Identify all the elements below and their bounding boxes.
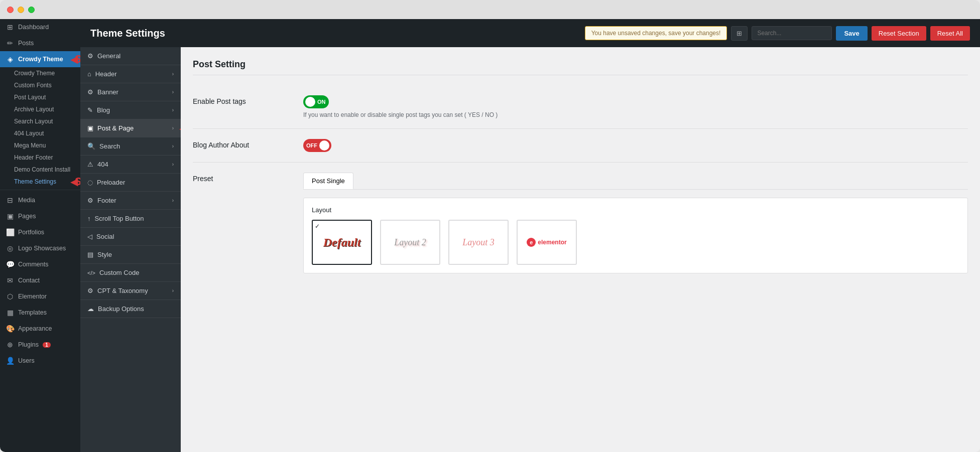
sidebar-separator-1 [0, 190, 80, 190]
sidebar-item-logo-showcases[interactable]: ◎ Logo Showcases [0, 240, 80, 256]
cpt-chevron: › [172, 288, 174, 293]
titlebar [0, 0, 980, 19]
preset-layout-label: Layout [312, 206, 959, 214]
setting-row-post-tags: Enable Post tags ON If you want to enabl… [193, 85, 968, 129]
app-window: ⊞ Dashboard ✏ Posts ◈ Crowdy Theme Step … [0, 0, 980, 452]
sidebar-item-pages[interactable]: ▣ Pages [0, 208, 80, 224]
submenu-header-footer[interactable]: Header Footer [0, 152, 80, 164]
submenu-mega-menu[interactable]: Mega Menu [0, 139, 80, 152]
left-panel-item-banner[interactable]: ⚙ Banner › [80, 83, 181, 101]
left-panel-item-general[interactable]: ⚙ General [80, 47, 181, 65]
preset-container: Layout ✓ Default [303, 198, 968, 273]
toggle-on-label: ON [317, 99, 326, 105]
setting-row-preset: Preset Post Single Layout [193, 163, 968, 283]
cpt-icon: ⚙ [87, 287, 93, 294]
preset-tab-post-single[interactable]: Post Single [303, 173, 353, 189]
topbar-grid-button[interactable]: ⊞ [731, 26, 748, 41]
plugins-badge: 1 [43, 342, 51, 348]
close-button[interactable] [7, 7, 14, 13]
submenu-archive-layout[interactable]: Archive Layout [0, 103, 80, 115]
sidebar-item-posts[interactable]: ✏ Posts [0, 35, 80, 51]
reset-section-button[interactable]: Reset Section [872, 26, 926, 41]
unsaved-notice: You have unsaved changes, save your chan… [585, 26, 727, 40]
section-title: Post Setting [193, 59, 968, 75]
submenu-post-layout[interactable]: Post Layout [0, 91, 80, 103]
preset-control: Post Single Layout ✓ Default [303, 173, 968, 273]
submenu-404-layout[interactable]: 404 Layout [0, 127, 80, 139]
sidebar-item-crowdy-theme[interactable]: ◈ Crowdy Theme Step - 1 ◀ [0, 51, 80, 67]
left-panel-item-blog[interactable]: ✎ Blog › [80, 101, 181, 119]
appearance-icon: 🎨 [6, 325, 14, 333]
sidebar-item-users[interactable]: 👤 Users [0, 353, 80, 369]
layout-option-layout2[interactable]: Layout 2 [380, 220, 440, 265]
footer-icon: ⚙ [87, 197, 93, 204]
layout-option-default[interactable]: ✓ Default [312, 220, 372, 265]
layout-thumb-elementor: e elementor [517, 220, 577, 265]
setting-row-blog-author: Blog Author About OFF [193, 129, 968, 163]
preloader-icon: ◌ [87, 179, 93, 186]
topbar-search-input[interactable] [752, 26, 832, 40]
header-icon: ⌂ [87, 70, 91, 78]
banner-chevron: › [172, 89, 174, 95]
plugins-icon: ⊕ [6, 341, 14, 349]
preset-tabs: Post Single [303, 173, 968, 190]
blog-author-toggle[interactable]: OFF [303, 139, 331, 152]
left-panel-item-cpt-taxonomy[interactable]: ⚙ CPT & Taxonomy › [80, 282, 181, 300]
sidebar-item-comments[interactable]: 💬 Comments [0, 256, 80, 272]
maximize-button[interactable] [28, 7, 35, 13]
left-panel-item-scroll-top[interactable]: ↑ Scroll Top Button [80, 210, 181, 228]
reset-all-button[interactable]: Reset All [930, 26, 970, 41]
404-icon: ⚠ [87, 161, 93, 168]
submenu-theme-settings[interactable]: Theme Settings Step - 2 ◀ [0, 176, 80, 188]
layout-option-elementor[interactable]: e elementor [517, 220, 577, 265]
portfolios-icon: ⬜ [6, 228, 14, 236]
sidebar-item-plugins[interactable]: ⊕ Plugins 1 [0, 337, 80, 353]
left-panel-item-backup[interactable]: ☁ Backup Options [80, 300, 181, 318]
blog-author-label: Blog Author About [193, 139, 303, 149]
post-tags-hint: If you want to enable or disable single … [303, 111, 968, 118]
templates-icon: ▦ [6, 309, 14, 317]
sidebar-item-dashboard[interactable]: ⊞ Dashboard [0, 19, 80, 35]
style-icon: ▤ [87, 251, 93, 258]
left-panel-item-404[interactable]: ⚠ 404 › [80, 156, 181, 174]
layout2-text: Layout 2 [394, 237, 426, 248]
left-panel-item-footer[interactable]: ⚙ Footer › [80, 192, 181, 210]
step1-arrow: ◀ [70, 53, 78, 65]
submenu-custom-fonts[interactable]: Custom Fonts [0, 79, 80, 91]
sidebar-item-appearance[interactable]: 🎨 Appearance [0, 321, 80, 337]
layout-option-layout3[interactable]: Layout 3 [448, 220, 509, 265]
step3-arrow: ◀ [179, 122, 181, 134]
left-panel-item-social[interactable]: ◁ Social [80, 228, 181, 246]
crowdy-icon: ◈ [6, 55, 14, 63]
left-panel-item-post-page[interactable]: ▣ Post & Page › Step - 3 ◀ [80, 119, 181, 137]
left-panel-item-style[interactable]: ▤ Style [80, 246, 181, 264]
banner-icon: ⚙ [87, 88, 93, 96]
sidebar-item-templates[interactable]: ▦ Templates [0, 305, 80, 321]
social-icon: ◁ [87, 233, 92, 240]
general-icon: ⚙ [87, 52, 93, 60]
left-panel-item-preloader[interactable]: ◌ Preloader [80, 174, 181, 192]
layout-options: ✓ Default Layout 2 [312, 220, 959, 265]
left-panel-item-header[interactable]: ⌂ Header › [80, 65, 181, 83]
blog-chevron: › [172, 107, 174, 113]
sidebar-item-contact[interactable]: ✉ Contact [0, 272, 80, 288]
elementor-icon: ⬡ [6, 292, 14, 300]
save-button[interactable]: Save [836, 26, 867, 41]
sidebar-item-elementor[interactable]: ⬡ Elementor [0, 288, 80, 305]
left-panel: ⚙ General ⌂ Header › ⚙ [80, 47, 181, 452]
sidebar-item-portfolios[interactable]: ⬜ Portfolios [0, 224, 80, 240]
sidebar-item-media[interactable]: ⊟ Media [0, 192, 80, 208]
submenu-search-layout[interactable]: Search Layout [0, 115, 80, 127]
minimize-button[interactable] [18, 7, 24, 13]
post-tags-control: ON If you want to enable or disable sing… [303, 95, 968, 118]
left-panel-item-custom-code[interactable]: </> Custom Code [80, 264, 181, 282]
submenu-crowdy-theme[interactable]: Crowdy Theme [0, 67, 80, 79]
post-tags-label: Enable Post tags [193, 95, 303, 105]
post-tags-toggle[interactable]: ON [303, 95, 329, 108]
pages-icon: ▣ [6, 212, 14, 220]
elementor-label: elementor [538, 239, 566, 246]
blog-icon: ✎ [87, 106, 93, 114]
header-chevron: › [172, 71, 174, 77]
left-panel-item-search[interactable]: 🔍 Search › [80, 137, 181, 156]
submenu-demo-content[interactable]: Demo Content Install [0, 164, 80, 176]
